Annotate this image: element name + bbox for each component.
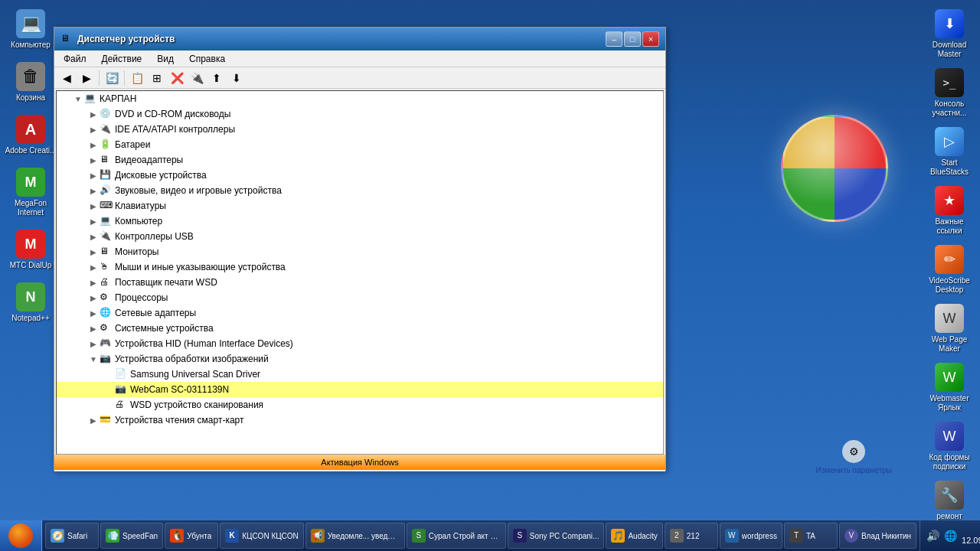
taskbar-app-audacity[interactable]: 🎵 Audacity [606, 523, 662, 549]
desktop-icon-download-master[interactable]: ⬇ Download Master [922, 6, 977, 62]
menu-help[interactable]: Справка [183, 52, 231, 66]
desktop-icon-adobe[interactable]: A Adobe Creati... [3, 112, 58, 158]
toolbar-scan[interactable]: 🔌 [188, 69, 206, 87]
tree-item-computer[interactable]: ▶ 💻 Компьютер [57, 214, 663, 229]
ubuntu-icon: 🐧 [170, 529, 184, 543]
tree-expand-sound[interactable]: ▶ [87, 184, 100, 197]
tree-expand-disk[interactable]: ▶ [87, 169, 100, 181]
tree-expand-usb[interactable]: ▶ [87, 230, 100, 243]
tree-item-dvd[interactable]: ▶ 💿 DVD и CD-ROM дисководы [57, 106, 663, 122]
tree-expand-printers[interactable]: ▶ [87, 276, 100, 289]
tree-item-system[interactable]: ▶ ⚙ Системные устройства [57, 321, 663, 336]
toolbar-forward[interactable]: ▶ [77, 69, 96, 87]
tree-expand-ide[interactable]: ▶ [87, 123, 100, 135]
taskbar-app-notice[interactable]: 📢 Уведомле... уведомле... [305, 523, 405, 549]
t212-icon: 2 [670, 529, 684, 543]
tree-item-hid[interactable]: ▶ 🎮 Устройства HID (Human Interface Devi… [57, 336, 663, 351]
desktop-icon-mts[interactable]: M MTC DialUp [3, 227, 58, 273]
toolbar-refresh[interactable]: 🔄 [103, 69, 121, 87]
toolbar-back[interactable]: ◀ [57, 69, 76, 87]
tree-expand-imaging[interactable]: ▼ [87, 353, 100, 365]
desktop-icon-trash[interactable]: 🗑 Корзина [3, 59, 58, 106]
taskbar-app-vlad[interactable]: V Влад Никитин [839, 523, 916, 549]
tree-expand-dvd[interactable]: ▶ [87, 108, 100, 120]
taskbar-app-sony[interactable]: S Sony PC Compani... [508, 523, 605, 549]
minimize-button[interactable]: – [606, 31, 622, 47]
desktop-icon-computer[interactable]: 💻 Компьютер [3, 6, 58, 53]
tree-item-sound[interactable]: ▶ 🔊 Звуковые, видео и игровые устройства [57, 183, 663, 198]
tree-expand-smartcard[interactable]: ▶ [87, 414, 100, 426]
taskbar-app-speedfan[interactable]: 💨 SpeedFan [100, 523, 163, 549]
window-titlebar: 🖥 Диспетчер устройств – □ × [54, 28, 665, 51]
desktop-icon-word[interactable]: W Код формы подписки [922, 419, 977, 474]
taskbar-app-kczcon[interactable]: K КЦCON КЦCON [220, 523, 304, 549]
tree-item-printers[interactable]: ▶ 🖨 Поставщик печати WSD [57, 275, 663, 290]
tree-item-samsung[interactable]: 📄 Samsung Universal Scan Driver [57, 367, 663, 382]
menu-action[interactable]: Действие [96, 52, 149, 66]
toolbar-update[interactable]: ⬆ [207, 69, 226, 87]
winxp-logo [781, 115, 896, 230]
icon-label: Download Master [923, 41, 975, 59]
tree-item-webcam[interactable]: 📷 WebCam SC-0311139N [57, 382, 663, 397]
toolbar-rollback[interactable]: ⬇ [227, 69, 246, 87]
tray-volume-icon[interactable]: 🔊 [926, 530, 939, 542]
tree-item-ide[interactable]: ▶ 🔌 IDE ATA/ATAPI контроллеры [57, 122, 663, 137]
tree-expand-keyboard[interactable]: ▶ [87, 200, 100, 212]
close-button[interactable]: × [642, 31, 659, 47]
tree-item-mice[interactable]: ▶ 🖱 Мыши и иные указывающие устройства [57, 259, 663, 275]
desktop-icon-bookmarks[interactable]: ★ Важные ссылки [922, 183, 977, 239]
tree-expand-hid[interactable]: ▶ [87, 337, 100, 350]
icon-label: Webmaster Ярлык [923, 394, 975, 412]
tree-expand-cpu[interactable]: ▶ [87, 292, 100, 304]
tree-item-keyboard[interactable]: ▶ ⌨ Клавиатуры [57, 198, 663, 214]
desktop-icon-console[interactable]: >_ Консоль участни... [922, 65, 977, 121]
change-params-button[interactable]: ⚙ Изменить параметры [816, 440, 892, 474]
tray-network-icon[interactable]: 🌐 [944, 530, 957, 542]
tree-expand-system[interactable]: ▶ [87, 322, 100, 334]
tree-item-wsd[interactable]: 🖨 WSD устройство сканирования [57, 397, 663, 412]
taskbar-app-wordpress[interactable]: W wordpress [720, 523, 782, 549]
desktop: 💻 Компьютер 🗑 Корзина A Adobe Creati... … [0, 0, 980, 520]
tree-expand-network[interactable]: ▶ [87, 307, 100, 319]
tree-expand-video[interactable]: ▶ [87, 154, 100, 166]
menu-file[interactable]: Файл [57, 52, 93, 66]
desktop-icon-webmaster[interactable]: W Webmaster Ярлык [922, 360, 977, 416]
taskbar-app-stroy[interactable]: S Сурал Строй акт сверки [407, 523, 506, 549]
tree-expand-mice[interactable]: ▶ [87, 261, 100, 273]
menu-view[interactable]: Вид [151, 52, 180, 66]
desktop-icon-megafon[interactable]: M MegaFon Internet [3, 165, 58, 220]
tree-expand-computer[interactable]: ▶ [87, 215, 100, 227]
maximize-button[interactable]: □ [624, 31, 641, 47]
tree-label-root: КАРПАН [100, 93, 136, 104]
taskbar-app-speedfan-label: SpeedFan [122, 532, 158, 540]
taskbar-app-ta[interactable]: T TA [784, 523, 838, 549]
desktop-icon-notepad[interactable]: N Notepad++ [3, 279, 58, 326]
tree-item-video[interactable]: ▶ 🖥 Видеоадаптеры [57, 152, 663, 168]
taskbar-app-ubuntu-label: Убунта [187, 532, 211, 540]
toolbar-remove[interactable]: ❌ [168, 69, 186, 87]
desktop-icon-videoscribe[interactable]: ✏ VideoScribe Desktop [922, 242, 977, 298]
tree-expand-batteries[interactable]: ▶ [87, 139, 100, 151]
tree-item-network[interactable]: ▶ 🌐 Сетевые адаптеры [57, 305, 663, 321]
tree-item-batteries[interactable]: ▶ 🔋 Батареи [57, 137, 663, 152]
tree-item-disk[interactable]: ▶ 💾 Дисковые устройства [57, 168, 663, 183]
desktop-icon-webpage-maker[interactable]: W Web Page Maker [922, 301, 977, 357]
start-button[interactable] [0, 520, 42, 551]
toolbar-properties[interactable]: 📋 [128, 69, 146, 87]
taskbar-app-sony-label: Sony PC Compani... [530, 532, 599, 540]
toolbar-device-grid[interactable]: ⊞ [148, 69, 166, 87]
desktop-icon-bluestacks[interactable]: ▷ Start BlueStacks [922, 124, 977, 180]
taskbar-app-ubuntu[interactable]: 🐧 Убунта [165, 523, 218, 549]
tree-expand-monitors[interactable]: ▶ [87, 246, 100, 258]
taskbar-app-safari[interactable]: 🧭 Safari [45, 523, 99, 549]
taskbar-app-vlad-label: Влад Никитин [861, 532, 911, 540]
tree-item-smartcard[interactable]: ▶ 💳 Устройства чтения смарт-карт [57, 412, 663, 428]
tree-expand-root[interactable]: ▼ [72, 93, 84, 105]
tree-root[interactable]: ▼ 💻 КАРПАН [57, 91, 663, 106]
taskbar-app-212[interactable]: 2 212 [665, 523, 718, 549]
device-tree[interactable]: ▼ 💻 КАРПАН ▶ 💿 DVD и CD-ROM дисководы ▶ … [56, 90, 664, 455]
tree-item-monitors[interactable]: ▶ 🖥 Мониторы [57, 244, 663, 259]
tree-item-imaging[interactable]: ▼ 📷 Устройства обработки изображений [57, 351, 663, 367]
tree-item-cpu[interactable]: ▶ ⚙ Процессоры [57, 290, 663, 305]
tree-item-usb[interactable]: ▶ 🔌 Контроллеры USB [57, 229, 663, 244]
